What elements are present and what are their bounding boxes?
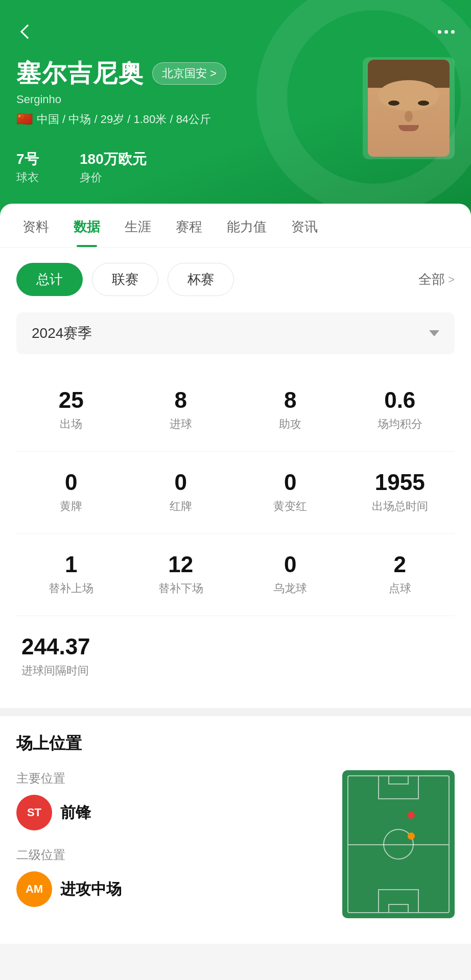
stat-red-card: 0 红牌 <box>126 457 236 528</box>
stat-value: 12 <box>131 553 231 576</box>
stat-value: 1955 <box>350 471 450 494</box>
stat-label: 黄牌 <box>21 499 121 514</box>
player-meta-text: 中国 / 中场 / 29岁 / 1.80米 / 84公斤 <box>37 112 211 127</box>
filter-row: 总计 联赛 杯赛 全部 > <box>16 263 455 296</box>
stat-penalty: 2 点球 <box>345 539 455 610</box>
stat-value: 0.6 <box>350 389 450 411</box>
market-value-label: 身价 <box>80 170 147 185</box>
stat-value: 0 <box>131 471 231 494</box>
stat-total-time: 1955 出场总时间 <box>345 457 455 528</box>
position-content: 主要位置 ST 前锋 二级位置 AM 进攻中场 <box>16 770 455 923</box>
stat-assists: 8 助攻 <box>236 375 345 446</box>
dot-icon <box>438 30 441 34</box>
primary-position-item: ST 前锋 <box>16 795 322 830</box>
stats-grid-1: 25 出场 8 进球 8 助攻 0.6 场均积分 <box>16 375 455 446</box>
stat-value: 2 <box>350 553 450 576</box>
filter-league[interactable]: 联赛 <box>92 263 158 296</box>
position-dot-secondary <box>408 832 415 840</box>
season-label: 2024赛季 <box>32 324 92 343</box>
primary-position-name: 前锋 <box>60 802 91 823</box>
stat-appearances: 25 出场 <box>16 375 126 446</box>
stat-sub-off: 12 替补下场 <box>126 539 236 610</box>
main-content: 总计 联赛 杯赛 全部 > 2024赛季 25 出场 8 进球 8 助攻 0.6… <box>0 248 471 708</box>
field-goal-bottom <box>388 904 409 912</box>
jersey-sublabel: 球衣 <box>16 170 39 185</box>
stat-goal-interval: 244.37 进球间隔时间 <box>16 621 455 693</box>
tab-data[interactable]: 数据 <box>61 204 112 247</box>
stat-value: 25 <box>21 389 121 411</box>
dot-icon <box>444 30 448 34</box>
tabs-bar: 资料 数据 生涯 赛程 能力值 资讯 <box>0 204 471 248</box>
section-divider <box>0 708 471 716</box>
player-name: 塞尔吉尼奥 <box>16 57 144 90</box>
stat-avg-score: 0.6 场均积分 <box>345 375 455 446</box>
stat-value: 0 <box>241 553 340 576</box>
more-button[interactable] <box>438 30 455 34</box>
stat-label: 替补下场 <box>131 581 231 596</box>
secondary-position-item: AM 进攻中场 <box>16 871 322 907</box>
market-value-stat: 180万欧元 身价 <box>80 141 147 185</box>
chevron-down-icon <box>429 330 439 336</box>
stat-own-goal: 0 乌龙球 <box>236 539 345 610</box>
filter-cup[interactable]: 杯赛 <box>168 263 234 296</box>
player-romanized: Serginho <box>16 93 363 106</box>
stat-label: 乌龙球 <box>241 581 340 596</box>
player-meta: 🇨🇳 中国 / 中场 / 29岁 / 1.80米 / 84公斤 <box>16 111 363 127</box>
stats-divider <box>16 616 455 616</box>
stats-divider <box>16 451 455 452</box>
stat-value: 244.37 <box>21 635 450 658</box>
hero-stats: 7号 球衣 180万欧元 身价 <box>16 141 363 185</box>
tab-schedule[interactable]: 赛程 <box>163 204 215 247</box>
tab-ability[interactable]: 能力值 <box>215 204 279 247</box>
stat-label: 助攻 <box>241 416 340 432</box>
filter-total[interactable]: 总计 <box>16 263 83 296</box>
stat-value: 0 <box>21 471 121 494</box>
position-section: 场上位置 主要位置 ST 前锋 二级位置 AM 进攻中场 <box>0 716 471 944</box>
topbar <box>16 20 455 43</box>
primary-position-badge: ST <box>16 795 52 830</box>
stat-label: 出场 <box>21 416 121 432</box>
hero-name-row: 塞尔吉尼奥 北京国安 > <box>16 57 363 90</box>
stats-divider <box>16 533 455 534</box>
back-arrow-icon <box>20 24 35 39</box>
secondary-position-badge: AM <box>16 871 52 907</box>
stat-label: 红牌 <box>131 499 231 514</box>
stat-label: 替补上场 <box>21 581 121 596</box>
jersey-stat: 7号 球衣 <box>16 141 39 185</box>
flag-icon: 🇨🇳 <box>16 111 33 127</box>
hero-info: 塞尔吉尼奥 北京国安 > Serginho 🇨🇳 中国 / 中场 / 29岁 /… <box>16 57 363 185</box>
stat-value: 0 <box>241 471 340 494</box>
back-button[interactable] <box>16 20 39 43</box>
secondary-position-name: 进攻中场 <box>60 879 122 900</box>
jersey-number: 7号 <box>16 141 39 168</box>
position-dot-primary <box>408 812 415 819</box>
season-selector[interactable]: 2024赛季 <box>16 312 455 354</box>
stat-yellow-card: 0 黄牌 <box>16 457 126 528</box>
football-field <box>342 770 455 918</box>
stat-label: 点球 <box>350 581 450 596</box>
stats-grid-2: 0 黄牌 0 红牌 0 黄变红 1955 出场总时间 <box>16 457 455 528</box>
tab-career[interactable]: 生涯 <box>112 204 163 247</box>
hero-section: 塞尔吉尼奥 北京国安 > Serginho 🇨🇳 中国 / 中场 / 29岁 /… <box>0 0 471 216</box>
stat-label: 黄变红 <box>241 499 340 514</box>
hero-content: 塞尔吉尼奥 北京国安 > Serginho 🇨🇳 中国 / 中场 / 29岁 /… <box>16 57 455 185</box>
chevron-right-icon: > <box>448 273 455 286</box>
team-badge[interactable]: 北京国安 > <box>152 62 226 85</box>
stat-sub-on: 1 替补上场 <box>16 539 126 610</box>
primary-position-label: 主要位置 <box>16 770 322 787</box>
tab-info[interactable]: 资料 <box>10 204 61 247</box>
filter-all[interactable]: 全部 > <box>418 271 455 288</box>
stat-value: 8 <box>241 389 340 411</box>
stat-label: 进球间隔时间 <box>21 663 450 678</box>
stats-grid-3: 1 替补上场 12 替补下场 0 乌龙球 2 点球 <box>16 539 455 610</box>
stat-yellow-to-red: 0 黄变红 <box>236 457 345 528</box>
position-section-title: 场上位置 <box>16 732 455 755</box>
stat-value: 8 <box>131 389 231 411</box>
position-labels: 主要位置 ST 前锋 二级位置 AM 进攻中场 <box>16 770 322 923</box>
stat-goals: 8 进球 <box>126 375 236 446</box>
stat-value: 1 <box>21 553 121 576</box>
tab-news[interactable]: 资讯 <box>279 204 330 247</box>
field-goal-top <box>388 776 409 785</box>
dot-icon <box>451 30 455 34</box>
player-avatar <box>363 57 455 159</box>
